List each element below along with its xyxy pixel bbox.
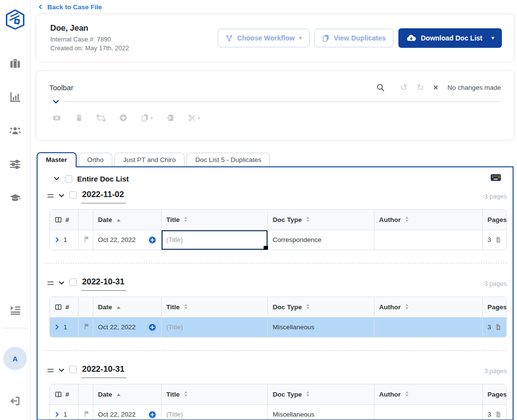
add-date-icon[interactable]: [148, 236, 156, 244]
col-pages[interactable]: Pages: [482, 210, 506, 230]
col-author[interactable]: Author: [374, 384, 482, 404]
search-icon[interactable]: [376, 83, 385, 92]
flag-icon[interactable]: [83, 236, 90, 243]
users-icon[interactable]: [9, 125, 21, 137]
indent-list-icon[interactable]: [9, 304, 21, 316]
sliders-icon[interactable]: [9, 159, 21, 170]
sort-both-icon[interactable]: [184, 303, 188, 310]
sort-asc-icon[interactable]: [116, 393, 121, 397]
sort-asc-icon[interactable]: [116, 306, 121, 310]
chevron-down-icon[interactable]: [53, 175, 60, 182]
col-title[interactable]: Title: [161, 210, 268, 230]
tab-just-pt-and-chiro[interactable]: Just PT and Chiro: [114, 153, 185, 166]
doc-type[interactable]: Correspondence: [268, 230, 374, 250]
sort-asc-icon[interactable]: [116, 219, 121, 222]
col-doc-type[interactable]: Doc Type: [268, 297, 374, 317]
sort-both-icon[interactable]: [184, 216, 188, 222]
columns-icon[interactable]: [55, 303, 62, 311]
document-icon[interactable]: [495, 323, 501, 331]
expand-row-icon[interactable]: [54, 324, 60, 330]
sort-both-icon[interactable]: [184, 391, 188, 397]
doc-type[interactable]: Miscellaneous: [268, 317, 374, 337]
undo-icon[interactable]: ↺: [400, 83, 407, 92]
delete-icon[interactable]: [75, 114, 83, 122]
redo-icon[interactable]: ↻: [416, 83, 424, 92]
group-checkbox[interactable]: [69, 279, 77, 286]
col-author[interactable]: Author: [374, 297, 482, 317]
choose-workflow-button[interactable]: Choose Workflow ▾: [218, 29, 310, 47]
group-date-title[interactable]: 2022-10-31: [81, 277, 126, 291]
logout-icon[interactable]: [10, 396, 21, 406]
col-title[interactable]: Title: [161, 297, 268, 317]
drag-handle-icon[interactable]: [47, 194, 54, 198]
sort-both-icon[interactable]: [306, 216, 310, 222]
add-icon[interactable]: [119, 114, 127, 122]
add-date-icon[interactable]: [148, 411, 156, 419]
col-doc-type[interactable]: Doc Type: [268, 384, 374, 404]
tab-ortho[interactable]: Ortho: [79, 153, 113, 166]
group-date-title[interactable]: 2022-11-02: [81, 190, 126, 203]
doc-date[interactable]: Oct 22, 2022: [98, 323, 136, 331]
doc-title-cell-selected[interactable]: (Title): [161, 230, 268, 250]
drag-handle-icon[interactable]: [47, 369, 54, 372]
document-icon[interactable]: [495, 236, 501, 243]
col-date[interactable]: Date: [93, 210, 161, 230]
cut-icon[interactable]: ▾: [188, 114, 200, 122]
collapse-toolbar-icon[interactable]: [52, 98, 60, 105]
sort-both-icon[interactable]: [405, 303, 409, 310]
col-date[interactable]: Date: [93, 297, 161, 317]
chevron-down-icon[interactable]: [58, 192, 65, 199]
expand-row-icon[interactable]: [54, 411, 60, 418]
columns-icon[interactable]: [55, 216, 62, 223]
doc-row-highlighted[interactable]: 1 Oct 22, 2022 (Title) Miscellaneous 3: [50, 317, 506, 337]
frame-select-icon[interactable]: [97, 114, 105, 122]
columns-icon[interactable]: [55, 391, 62, 398]
add-date-icon[interactable]: [148, 323, 156, 331]
col-num[interactable]: #: [50, 297, 78, 317]
doc-date[interactable]: Oct 22, 2022: [98, 411, 136, 418]
doc-title-cell[interactable]: (Title): [161, 404, 268, 420]
duplicate-icon[interactable]: ▾: [141, 114, 153, 122]
remove-tag-icon[interactable]: [52, 114, 62, 122]
col-date[interactable]: Date: [93, 384, 161, 404]
col-title[interactable]: Title: [161, 384, 268, 404]
view-duplicates-button[interactable]: View Duplicates: [314, 29, 393, 47]
group-date-title[interactable]: 2022-10-31: [81, 364, 126, 378]
col-pages[interactable]: Pages: [482, 384, 506, 404]
doc-type[interactable]: Miscellaneous: [268, 404, 374, 420]
keyboard-shortcuts-icon[interactable]: [491, 174, 501, 183]
discard-changes-icon[interactable]: ×: [433, 83, 438, 92]
doc-author[interactable]: [374, 404, 482, 420]
group-checkbox[interactable]: [69, 366, 77, 373]
briefcase-icon[interactable]: [9, 58, 21, 69]
expand-row-icon[interactable]: [54, 237, 60, 243]
chevron-down-icon[interactable]: [58, 367, 65, 374]
download-doc-list-button[interactable]: Download Doc List ▾: [398, 28, 502, 48]
col-num[interactable]: #: [50, 210, 78, 230]
doc-row[interactable]: 1 Oct 22, 2022 (Title) Miscellaneous 3: [50, 404, 506, 420]
import-file-icon[interactable]: [166, 114, 174, 122]
document-icon[interactable]: [495, 411, 501, 418]
col-pages[interactable]: Pages: [482, 297, 506, 317]
col-doc-type[interactable]: Doc Type: [268, 210, 374, 230]
sort-both-icon[interactable]: [306, 303, 310, 310]
flag-icon[interactable]: [83, 410, 90, 418]
doc-row[interactable]: 1 Oct 22, 2022 (Title) Correspondence 3: [50, 230, 506, 250]
back-to-case-file-link[interactable]: Back to Case File: [38, 3, 102, 11]
drag-handle-icon[interactable]: [47, 281, 54, 285]
group-checkbox[interactable]: [69, 191, 77, 199]
graduation-cap-icon[interactable]: [9, 192, 21, 204]
doc-author[interactable]: [374, 230, 482, 250]
col-num[interactable]: #: [50, 384, 78, 404]
doc-title-cell[interactable]: (Title): [161, 317, 268, 337]
bar-chart-icon[interactable]: [9, 91, 21, 103]
app-logo-icon[interactable]: [5, 9, 25, 32]
user-avatar[interactable]: A: [3, 347, 27, 370]
doc-author[interactable]: [374, 317, 482, 337]
sort-both-icon[interactable]: [405, 216, 409, 222]
doc-date[interactable]: Oct 22, 2022: [98, 236, 136, 243]
flag-icon[interactable]: [83, 323, 90, 330]
sort-both-icon[interactable]: [405, 391, 409, 397]
tab-doc-list-5-duplicates[interactable]: Doc List 5 - Duplicates: [186, 153, 270, 166]
chevron-down-icon[interactable]: [58, 280, 65, 286]
